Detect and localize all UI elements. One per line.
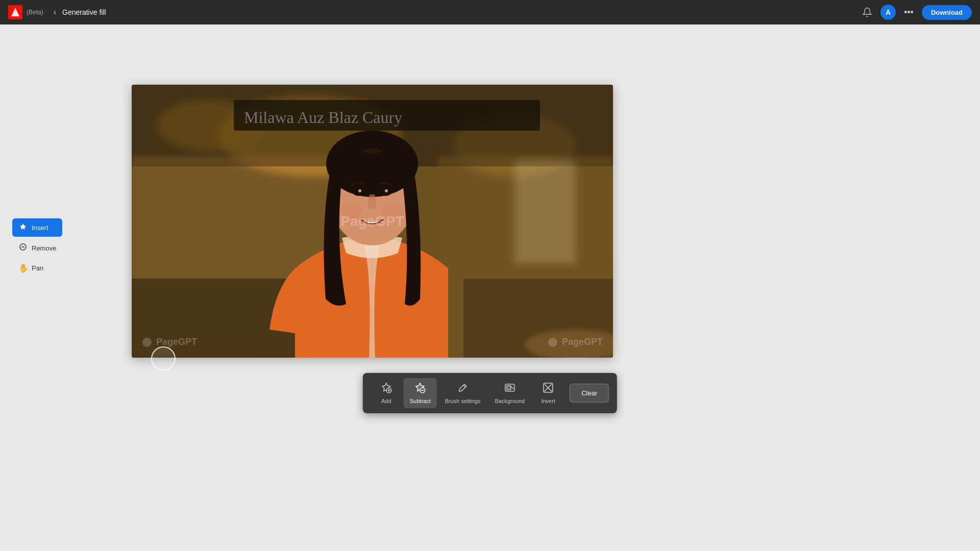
tool-subtract-button[interactable]: Subtract [404, 378, 437, 408]
tool-add-button[interactable]: Add [371, 378, 402, 408]
download-button[interactable]: Download [922, 5, 972, 20]
clear-button[interactable]: Clear [570, 384, 609, 403]
tool-insert[interactable]: Insert [12, 218, 62, 237]
svg-text:Milawa Auz Blaz Caury: Milawa Auz Blaz Caury [244, 108, 402, 127]
svg-point-21 [385, 189, 388, 192]
brush-settings-label: Brush settings [445, 398, 481, 404]
background-tool-icon [504, 382, 516, 396]
adobe-logo [8, 5, 22, 19]
tool-pan[interactable]: ✋ Pan [12, 259, 62, 277]
svg-point-20 [358, 189, 361, 192]
subtract-tool-icon [414, 382, 426, 396]
topbar: (Beta) ‹ Generative fill A ••• Download [0, 0, 980, 24]
brush-settings-icon [457, 382, 469, 396]
avatar[interactable]: A [880, 5, 896, 20]
tool-brush-settings-button[interactable]: Brush settings [439, 378, 487, 408]
left-toolbar: Insert Remove ✋ Pan [12, 218, 62, 277]
background-tool-label: Background [495, 398, 525, 404]
beta-label: (Beta) [27, 9, 43, 16]
more-options-button[interactable]: ••• [902, 5, 916, 20]
image-container[interactable]: Milawa Auz Blaz Caury [132, 85, 613, 358]
back-button[interactable]: ‹ [52, 6, 58, 19]
tool-invert-button[interactable]: Invert [533, 378, 564, 408]
svg-line-33 [463, 385, 465, 387]
pan-icon: ✋ [18, 263, 28, 273]
svg-rect-11 [514, 161, 576, 263]
page-title: Generative fill [62, 8, 860, 16]
svg-point-23 [382, 204, 404, 218]
topbar-right: A ••• Download [860, 5, 972, 20]
add-tool-icon [381, 382, 392, 396]
remove-icon [18, 243, 28, 253]
invert-tool-icon [543, 382, 554, 396]
svg-rect-35 [507, 386, 511, 390]
add-tool-label: Add [381, 398, 391, 404]
notifications-button[interactable] [860, 5, 874, 19]
bottom-toolbar: Add Subtract Brush settings [363, 373, 617, 413]
canvas-area: Milawa Auz Blaz Caury [0, 24, 980, 551]
tool-background-button[interactable]: Background [488, 378, 531, 408]
invert-tool-label: Invert [541, 398, 555, 404]
insert-icon [18, 222, 28, 233]
svg-point-22 [340, 204, 362, 218]
tool-remove[interactable]: Remove [12, 239, 62, 257]
subtract-tool-label: Subtract [410, 398, 431, 404]
